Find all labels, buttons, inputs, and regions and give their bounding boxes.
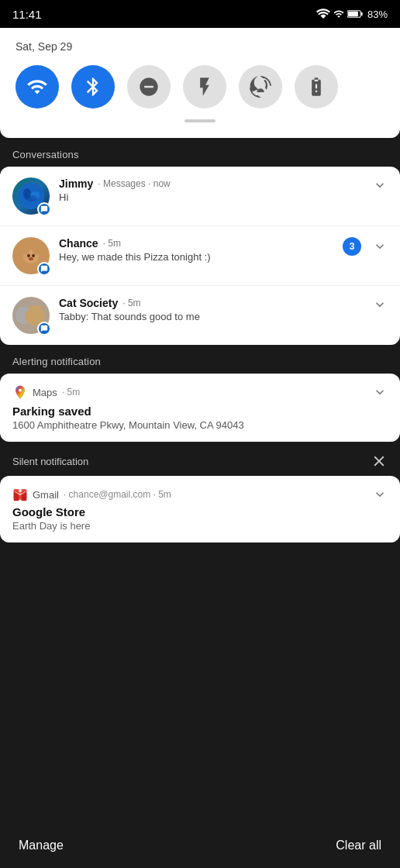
svg-point-11 — [27, 254, 30, 257]
flashlight-toggle[interactable] — [183, 65, 226, 108]
battery-icon — [347, 9, 363, 19]
status-bar: 11:41 83% — [0, 0, 400, 28]
cat-society-meta: · 5m — [122, 298, 140, 308]
gmail-notif-body: Earth Day is here — [12, 520, 388, 532]
gmail-notif-title: Google Store — [12, 505, 388, 518]
jimmy-sender: Jimmy — [59, 177, 93, 190]
dnd-toggle[interactable] — [127, 65, 171, 108]
maps-notif-title: Parking saved — [12, 405, 388, 418]
svg-rect-1 — [361, 12, 363, 16]
svg-rect-2 — [348, 12, 358, 16]
battery-percentage: 83% — [367, 9, 388, 20]
cat-society-notification[interactable]: Cat Society · 5m Tabby: That sounds good… — [0, 286, 400, 345]
chance-sender: Chance — [59, 237, 98, 250]
quick-settings-panel: Sat, Sep 29 — [0, 28, 400, 138]
gmail-icon — [12, 487, 28, 502]
bottom-bar: Manage Clear all — [0, 828, 400, 868]
chance-chevron[interactable] — [372, 239, 388, 254]
manage-button[interactable]: Manage — [19, 839, 64, 852]
chance-unread-badge: 3 — [343, 237, 361, 256]
maps-chevron[interactable] — [372, 384, 388, 400]
cat-society-sender: Cat Society — [59, 297, 118, 309]
silent-notification-label: Silent notification — [12, 456, 88, 467]
gmail-notification-card: Gmail · chance@gmail.com · 5m Google Sto… — [0, 476, 400, 542]
wifi-toggle[interactable] — [16, 65, 59, 108]
svg-point-6 — [25, 195, 37, 202]
chance-message: Hey, we made this Pizza tonight :) — [59, 251, 343, 263]
alerting-notification-label: Alerting notification — [0, 346, 400, 374]
conversations-card: Jimmy · Messages · now Hi — [0, 167, 400, 345]
drag-handle — [184, 119, 216, 122]
clear-all-button[interactable]: Clear all — [336, 839, 381, 852]
jimmy-notif-content: Jimmy · Messages · now Hi — [59, 177, 366, 203]
maps-time: · 5m — [62, 387, 80, 398]
silent-close-button[interactable] — [371, 453, 388, 470]
cat-society-notif-content: Cat Society · 5m Tabby: That sounds good… — [59, 297, 366, 322]
rotate-toggle[interactable] — [239, 65, 282, 108]
maps-notification[interactable]: Maps · 5m Parking saved 1600 Amphitheatr… — [0, 374, 400, 442]
chance-notif-content: Chance · 5m Hey, we made this Pizza toni… — [59, 237, 343, 263]
jimmy-notification[interactable]: Jimmy · Messages · now Hi — [0, 167, 400, 226]
svg-point-9 — [23, 247, 29, 255]
maps-app-name: Maps — [33, 387, 57, 398]
chance-notif-right: 3 — [343, 237, 388, 256]
gmail-meta: · chance@gmail.com · 5m — [64, 489, 171, 500]
date-label: Sat, Sep 29 — [16, 40, 384, 53]
chance-meta: · 5m — [103, 238, 121, 249]
wifi-icon — [316, 9, 330, 19]
messages-badge — [37, 202, 51, 216]
maps-icon — [12, 384, 28, 400]
svg-point-12 — [32, 254, 35, 257]
jimmy-chevron[interactable] — [372, 177, 388, 193]
chance-messages-badge — [37, 262, 51, 276]
jimmy-avatar-wrap — [12, 177, 50, 215]
svg-point-10 — [33, 247, 39, 255]
cat-society-chevron[interactable] — [372, 297, 388, 312]
silent-notification-section-header: Silent notification — [0, 443, 400, 476]
status-time: 11:41 — [12, 8, 42, 21]
cat-messages-badge — [37, 322, 51, 336]
chance-avatar-wrap — [12, 237, 50, 274]
gmail-chevron[interactable] — [372, 487, 388, 502]
signal-icon — [333, 9, 344, 19]
gmail-notification[interactable]: Gmail · chance@gmail.com · 5m Google Sto… — [0, 476, 400, 542]
battery-saver-toggle[interactable] — [295, 65, 338, 108]
jimmy-meta: · Messages · now — [98, 178, 170, 189]
toggle-row — [16, 65, 384, 108]
svg-point-13 — [29, 257, 33, 260]
chance-notification[interactable]: Chance · 5m Hey, we made this Pizza toni… — [0, 226, 400, 286]
status-icons: 83% — [316, 9, 388, 20]
gmail-app-name: Gmail — [33, 489, 59, 501]
maps-notification-card: Maps · 5m Parking saved 1600 Amphitheatr… — [0, 374, 400, 442]
maps-notif-body: 1600 Amphitheatre Pkwy, Mountain View, C… — [12, 419, 388, 431]
conversations-label: Conversations — [0, 140, 400, 167]
jimmy-message: Hi — [59, 191, 366, 203]
bluetooth-toggle[interactable] — [71, 65, 115, 108]
cat-society-message: Tabby: That sounds good to me — [59, 311, 366, 322]
cat-avatar-wrap — [12, 297, 50, 334]
